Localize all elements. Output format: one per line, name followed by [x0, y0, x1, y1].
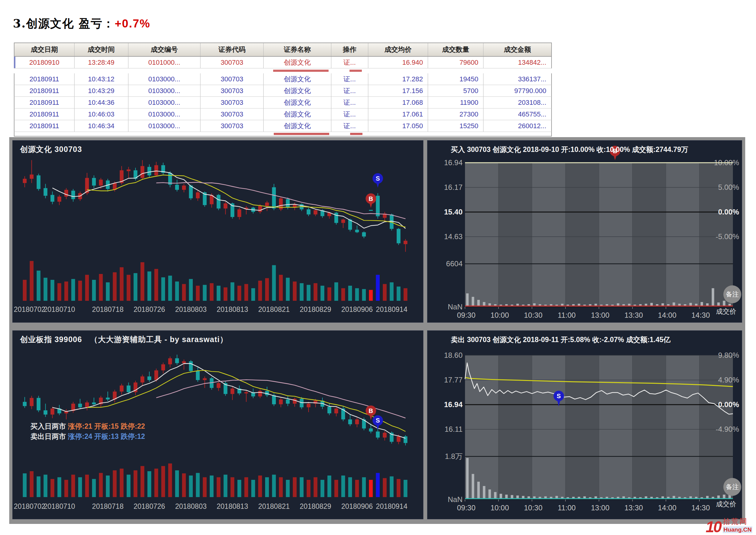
sell-day-label: 卖出日两市	[31, 432, 66, 440]
table-row[interactable]: 2018091013:28:490101000...300703创源文化证...…	[14, 57, 552, 69]
column-header: 成交数量	[428, 43, 483, 56]
table-cell: 证...	[331, 57, 368, 68]
svg-text:18.60: 18.60	[444, 351, 463, 359]
table-cell: 17.050	[368, 120, 428, 131]
table-cell: 创源文化	[264, 120, 331, 131]
svg-text:5.00%: 5.00%	[718, 183, 739, 191]
table-cell: 300703	[201, 85, 264, 97]
table-cell: 300703	[201, 97, 264, 108]
table-cell: 20180911	[14, 73, 74, 85]
svg-text:NaN: NaN	[448, 303, 463, 311]
table-cell: 17.282	[368, 73, 428, 85]
table-row[interactable]: 2018091110:46:030103000...300703创源文化证...…	[14, 108, 552, 120]
svg-text:S: S	[376, 175, 380, 182]
table-cell: 20180911	[14, 120, 74, 131]
watermark-text: 拾荒网 Huang.CN	[723, 517, 752, 533]
svg-text:14:00: 14:00	[658, 311, 676, 319]
table-cell: 17.068	[368, 97, 428, 108]
watermark-domain: Huang.CN	[723, 526, 752, 533]
svg-text:1.8万: 1.8万	[445, 452, 463, 461]
table-cell: 15250	[428, 120, 483, 131]
note-button[interactable]: 备注	[723, 478, 741, 496]
svg-text:20180702: 20180702	[14, 502, 45, 510]
table-row[interactable]: 2018091110:43:290103000...300703创源文化证...…	[14, 85, 552, 97]
table-cell: 336137...	[483, 73, 551, 85]
table-cell: 465755...	[483, 108, 551, 120]
table-cell: 创源文化	[264, 108, 331, 120]
table-cell: 创源文化	[264, 85, 331, 97]
table-cell: 11900	[428, 97, 483, 108]
page-title: 3.创源文化 盈亏：+0.7%	[13, 16, 150, 31]
svg-text:10:30: 10:30	[524, 311, 542, 319]
table-cell: 10:46:03	[74, 108, 128, 120]
table-cell: 0103000...	[128, 97, 201, 108]
svg-text:14:00: 14:00	[658, 504, 676, 512]
table-cell: 10:43:12	[74, 73, 128, 85]
svg-text:14:30: 14:30	[691, 311, 710, 319]
svg-text:20180718: 20180718	[92, 502, 123, 510]
table-cell: 证...	[331, 108, 368, 120]
svg-text:20180702: 20180702	[14, 305, 45, 313]
table-row[interactable]: 2018091110:44:360103000...300703创源文化证...…	[14, 97, 552, 108]
buy-day-stats: 买入日两市 涨停:21 开板:15 跌停:22	[31, 421, 145, 432]
table-row[interactable]: 2018091110:46:340103000...300703创源文化证...…	[14, 120, 552, 132]
column-header: 成交均价	[368, 43, 428, 56]
svg-text:20180906: 20180906	[341, 305, 373, 313]
svg-text:20180718: 20180718	[92, 305, 123, 313]
table-row[interactable]: 2018091110:43:120103000...300703创源文化证...…	[14, 73, 552, 85]
table-cell: 10:46:34	[74, 120, 128, 131]
table-cell: 134842...	[483, 57, 551, 68]
svg-text:S: S	[557, 393, 561, 399]
kline-panel-stock: 2018070220180710201807182018072620180803…	[12, 140, 423, 323]
table-cell: 20180911	[14, 108, 74, 120]
site-watermark: 10 拾荒网 Huang.CN	[706, 517, 752, 533]
price-axis-label: 成交价	[716, 307, 736, 316]
table-cell: 20180911	[14, 97, 74, 108]
intraday-panel-sell: 18.6017.7716.9416.111.8万NaN9.80%4.90%0.0…	[427, 330, 742, 519]
intraday-buy-title: 买入 300703 创源文化 2018-09-10 开:10.00% 收:10.…	[451, 145, 688, 155]
svg-text:20180813: 20180813	[217, 502, 248, 510]
note-button[interactable]: 备注	[723, 285, 741, 303]
sell-day-stats: 卖出日两市 涨停:24 开板:13 跌停:12	[31, 432, 145, 442]
svg-text:14.63: 14.63	[444, 232, 463, 241]
svg-text:B: B	[368, 408, 373, 414]
page-title-text: 3.创源文化 盈亏：	[13, 17, 115, 30]
svg-text:20180803: 20180803	[175, 502, 207, 510]
svg-text:S: S	[376, 417, 380, 424]
sell-day-values: 涨停:24 开板:13 跌停:12	[68, 432, 145, 440]
table-cell: 300703	[201, 73, 264, 85]
table-cell: 0103000...	[128, 85, 201, 97]
column-header: 成交时间	[74, 43, 128, 56]
column-header: 证券代码	[201, 43, 264, 56]
svg-text:9.80%: 9.80%	[718, 351, 739, 359]
limit-stats: 买入日两市 涨停:21 开板:15 跌停:22 卖出日两市 涨停:24 开板:1…	[31, 421, 145, 442]
table-cell: 10:43:29	[74, 85, 128, 97]
svg-text:16.94: 16.94	[444, 158, 463, 167]
table-cell: 创源文化	[264, 73, 331, 85]
trade-table: 成交日期成交时间成交编号证券代码证券名称操作成交均价成交数量成交金额201809…	[14, 42, 552, 136]
svg-text:20180821: 20180821	[258, 502, 289, 510]
svg-text:4.90%: 4.90%	[718, 376, 739, 384]
kline-stock-title: 创源文化 300703	[20, 144, 82, 155]
watermark-logo: 10	[706, 521, 721, 533]
column-header: 成交金额	[483, 43, 551, 56]
svg-text:B: B	[368, 195, 373, 202]
watermark-site-name: 拾荒网	[723, 517, 752, 526]
table-cell: 260012...	[483, 120, 551, 131]
table-cell: 17.061	[368, 108, 428, 120]
table-cell: 300703	[201, 57, 264, 68]
svg-text:20180821: 20180821	[258, 305, 289, 313]
svg-text:20180906: 20180906	[341, 502, 373, 510]
svg-text:10:00: 10:00	[491, 311, 509, 319]
table-header-row: 成交日期成交时间成交编号证券代码证券名称操作成交均价成交数量成交金额	[14, 42, 552, 57]
svg-text:17.77: 17.77	[444, 376, 463, 384]
buy-day-values: 涨停:21 开板:15 跌停:22	[68, 422, 145, 430]
svg-text:20180726: 20180726	[134, 502, 165, 510]
svg-text:11:00: 11:00	[558, 504, 576, 512]
column-header: 操作	[331, 43, 368, 56]
svg-text:20180803: 20180803	[175, 305, 207, 313]
clipped-row-fragment	[14, 69, 552, 73]
table-cell: 20180910	[14, 57, 74, 68]
table-cell: 5700	[428, 85, 483, 97]
table-cell: 0103000...	[128, 120, 201, 131]
